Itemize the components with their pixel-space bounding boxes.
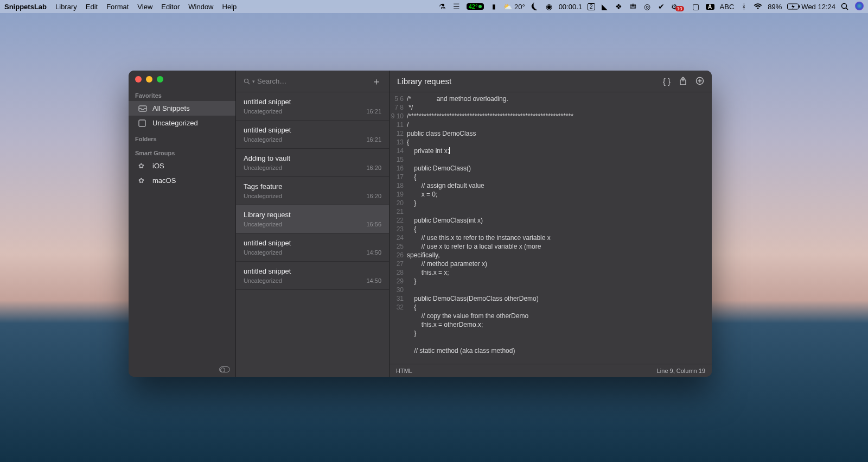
gear-icon: ✿ [138,176,147,185]
snippet-title: untitled snippet [244,126,381,134]
snippet-row[interactable]: Library requestUncategorized16:56 [236,205,389,233]
braces-icon[interactable]: { } [663,77,671,86]
editor-pane: Library request { } 5 6 7 8 9 10 11 12 1… [390,71,712,377]
snippet-category: Uncategorized [244,164,282,171]
close-window-button[interactable] [135,76,142,83]
search-input[interactable] [257,77,349,85]
menubar: SnippetsLab Library Edit Format View Edi… [0,0,868,13]
svg-rect-1 [799,5,800,8]
svg-line-7 [248,83,250,84]
news-icon[interactable]: ☰ [452,2,461,11]
snippet-category: Uncategorized [244,108,282,115]
sidebar-item-ios[interactable]: ✿ iOS [129,159,235,173]
snippet-time: 16:20 [366,164,381,171]
sidebar-item-label: iOS [152,162,164,170]
minimize-window-button[interactable] [146,76,152,83]
cursor-position: Line 9, Column 19 [657,368,705,374]
notification-badge: 10 [675,6,684,11]
sidebar-item-uncategorized[interactable]: Uncategorized [129,116,235,130]
timer[interactable]: 00:00.1 [559,3,582,11]
snippet-list: ▾ ＋ untitled snippetUncategorized16:21un… [236,71,390,377]
line-gutter: 5 6 7 8 9 10 11 12 13 14 15 16 17 18 19 … [390,92,407,364]
toggle-icon [219,366,230,372]
svg-line-3 [846,8,848,10]
sidebar: Favorites All Snippets Uncategorized Fol… [129,71,236,377]
menu-window[interactable]: Window [188,3,213,11]
flask-icon[interactable]: ⚗︎ [438,2,447,11]
input-mode-icon[interactable]: A [706,4,714,10]
clock[interactable]: Wed 12:24 [801,3,835,11]
input-source[interactable]: ABC [720,3,735,11]
snippet-title: Tags feature [244,182,381,191]
snippet-time: 16:56 [366,221,381,227]
snippet-time: 16:20 [366,193,381,199]
snippet-row[interactable]: untitled snippetUncategorized16:21 [236,121,389,149]
snippet-title: untitled snippet [244,98,381,106]
traffic-lights [129,71,235,87]
snippet-row[interactable]: untitled snippetUncategorized14:50 [236,233,389,262]
temp-badge[interactable]: 42° [467,3,484,10]
smart-groups-header: Smart Groups [129,144,235,159]
code-content[interactable]: /* and method overloading. */ /*********… [407,92,712,364]
bluetooth-icon[interactable]: ᚼ [739,2,748,11]
bar-icon[interactable]: ▮ [489,3,498,10]
camera-icon[interactable]: ◎ [643,2,652,11]
favorites-header: Favorites [129,87,235,101]
airplay-icon[interactable]: ▢ [692,2,700,11]
wifi-icon[interactable] [754,3,762,10]
svg-rect-5 [139,120,145,126]
weather-widget[interactable]: ⛅ 20° [503,3,525,11]
battery-percent[interactable]: 89% [768,3,782,11]
snippet-title: untitled snippet [244,267,381,275]
editor-header: Library request { } [390,71,712,92]
snippet-category: Uncategorized [244,249,282,256]
snippet-time: 16:21 [366,136,381,143]
menu-help[interactable]: Help [222,3,237,11]
add-button[interactable] [695,77,704,86]
record-icon[interactable]: ◉ [545,2,553,11]
battery-icon[interactable] [787,3,796,10]
apps-icon[interactable]: ❖ [615,2,623,11]
dropbox-icon[interactable]: ⛃ [629,2,637,11]
triangle-icon[interactable]: ◣ [601,2,609,11]
siri-icon[interactable] [855,2,864,12]
space-indicator[interactable]: 2 [588,3,595,10]
square-icon [138,119,147,127]
sidebar-item-label: macOS [152,176,176,185]
add-snippet-button[interactable]: ＋ [372,75,381,88]
snippet-category: Uncategorized [244,277,282,284]
sidebar-item-all-snippets[interactable]: All Snippets [129,101,235,116]
lock-icon[interactable]: ⏾ [531,2,539,11]
fullscreen-window-button[interactable] [157,76,163,83]
snippet-row[interactable]: Adding to vaultUncategorized16:20 [236,149,389,177]
sidebar-item-label: Uncategorized [152,119,198,127]
snippet-row[interactable]: untitled snippetUncategorized16:21 [236,92,389,121]
menu-view[interactable]: View [137,3,152,11]
folders-header: Folders [129,130,235,144]
search-icon [244,78,250,85]
snippet-time: 14:50 [366,249,381,256]
gear-with-badge[interactable]: ⚙︎10 [671,3,686,11]
sidebar-toggle[interactable] [219,366,230,372]
menu-format[interactable]: Format [106,3,129,11]
snippet-row[interactable]: untitled snippetUncategorized14:50 [236,262,389,290]
share-icon[interactable] [679,77,687,86]
menu-library[interactable]: Library [55,3,77,11]
check-icon[interactable]: ✔︎ [657,2,666,11]
chevron-down-icon[interactable]: ▾ [252,79,255,84]
editor-status-bar: HTML Line 9, Column 19 [390,364,712,377]
sidebar-item-macos[interactable]: ✿ macOS [129,173,235,188]
svg-point-2 [842,4,847,9]
snippet-title[interactable]: Library request [397,77,451,86]
snippet-time: 14:50 [366,277,381,284]
spotlight-icon[interactable] [841,3,850,10]
menu-editor[interactable]: Editor [161,3,180,11]
snippet-category: Uncategorized [244,193,282,199]
snippet-row[interactable]: Tags featureUncategorized16:20 [236,177,389,205]
app-name[interactable]: SnippetsLab [4,3,47,11]
weather-temp: 20° [514,3,525,11]
code-area[interactable]: 5 6 7 8 9 10 11 12 13 14 15 16 17 18 19 … [390,92,712,364]
menu-edit[interactable]: Edit [86,3,98,11]
tray-icon [138,105,147,112]
language-selector[interactable]: HTML [396,368,412,374]
